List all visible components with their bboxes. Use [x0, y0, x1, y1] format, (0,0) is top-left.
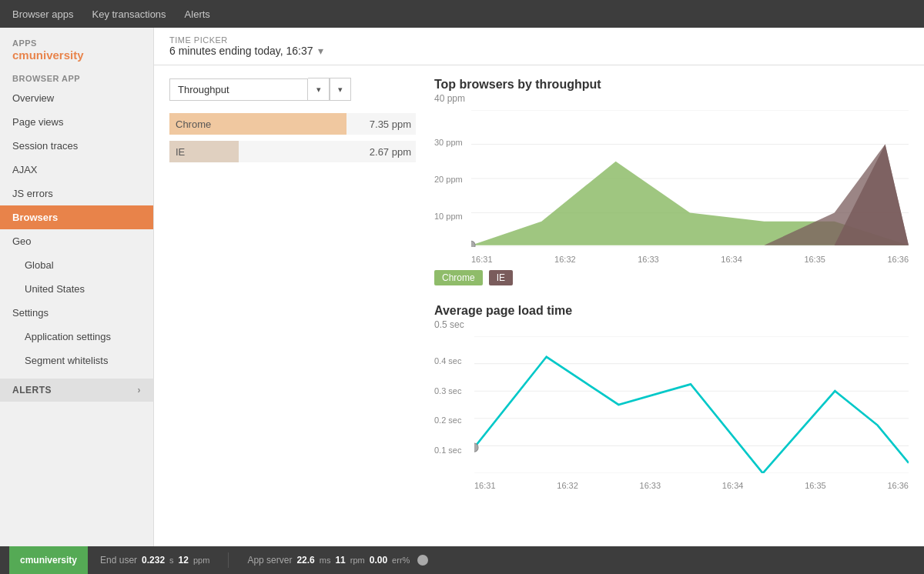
alerts-label: ALERTS — [12, 385, 52, 395]
sidebar-item-session-traces[interactable]: Session traces — [0, 134, 153, 158]
throughput-y1: 10 ppm — [434, 212, 471, 221]
apps-label: APPS — [12, 38, 37, 48]
page-load-chart-subtitle: 0.5 sec — [434, 319, 909, 330]
throughput-x3: 16:34 — [721, 255, 742, 264]
throughput-legend: Chrome IE — [434, 270, 909, 285]
throughput-chart-section: Top browsers by throughput 40 ppm 30 ppm… — [434, 78, 909, 285]
browser-app-label: BROWSER APP — [0, 65, 153, 86]
page-load-y2: 0.2 sec — [434, 415, 474, 425]
sidebar-apps-section: APPS cmuniversity — [0, 28, 153, 65]
throughput-x2: 16:33 — [638, 255, 659, 264]
throughput-y2: 20 ppm — [434, 175, 471, 184]
top-nav: Browser apps Key transactions Alerts — [0, 0, 924, 28]
end-user-time-unit: s — [169, 556, 174, 565]
sidebar-item-browsers[interactable]: Browsers — [0, 205, 153, 229]
app-server-rpm: 11 — [335, 555, 345, 566]
page-load-x4: 16:35 — [805, 481, 826, 490]
page-load-y-axis: 0.4 sec 0.3 sec 0.2 sec 0.1 sec — [434, 336, 474, 475]
end-user-ppm: 12 — [179, 555, 189, 566]
chrome-bar[interactable]: Chrome 7.35 ppm — [169, 113, 416, 135]
end-user-time: 0.232 — [142, 555, 165, 566]
sidebar-item-settings[interactable]: Settings — [0, 301, 153, 325]
app-server-rpm-unit: rpm — [350, 556, 365, 565]
chrome-bar-row: Chrome 7.35 ppm — [169, 113, 416, 135]
throughput-y3: 30 ppm — [434, 138, 471, 147]
dropdown-arrow-icon[interactable]: ▾ — [308, 78, 330, 101]
sidebar-item-overview[interactable]: Overview — [0, 86, 153, 110]
ie-bar-label: IE — [176, 146, 185, 158]
page-load-x5: 16:36 — [887, 481, 909, 490]
chrome-bar-label: Chrome — [176, 118, 211, 130]
app-server-err: 0.00 — [370, 555, 387, 566]
sidebar: APPS cmuniversity BROWSER APP Overview P… — [0, 28, 154, 546]
throughput-svg — [471, 110, 909, 247]
page-load-x3: 16:34 — [722, 481, 744, 490]
page-load-x-axis: 16:31 16:32 16:33 16:34 16:35 16:36 — [474, 481, 909, 490]
layout: APPS cmuniversity BROWSER APP Overview P… — [0, 28, 924, 546]
status-end-user: End user 0.232 s 12 ppm — [100, 555, 209, 566]
status-divider — [228, 552, 229, 568]
throughput-x0: 16:31 — [471, 255, 493, 264]
status-bar: cmuniversity End user 0.232 s 12 ppm App… — [0, 546, 924, 574]
page-load-x1: 16:32 — [557, 481, 578, 490]
nav-browser-apps[interactable]: Browser apps — [12, 8, 73, 20]
ie-bar-row: IE 2.67 ppm — [169, 141, 416, 162]
alerts-chevron-icon: › — [138, 385, 142, 395]
throughput-y-axis: 30 ppm 20 ppm 10 ppm — [434, 110, 471, 249]
nav-key-transactions[interactable]: Key transactions — [92, 8, 166, 20]
app-server-status-icon — [417, 555, 428, 566]
time-picker-section: TIME PICKER 6 minutes ending today, 16:3… — [169, 35, 323, 57]
throughput-x1: 16:32 — [554, 255, 576, 264]
throughput-dropdown[interactable]: Throughput — [169, 78, 308, 101]
sidebar-item-united-states[interactable]: United States — [0, 277, 153, 301]
app-name[interactable]: cmuniversity — [12, 48, 84, 62]
throughput-chart-title: Top browsers by throughput — [434, 78, 909, 92]
page-load-chart-section: Average page load time 0.5 sec 0.4 sec 0… — [434, 304, 909, 490]
legend-chrome[interactable]: Chrome — [434, 270, 483, 285]
dropdown-value: Throughput — [178, 84, 229, 95]
ie-bar-value: 2.67 ppm — [370, 146, 411, 158]
right-panel: Top browsers by throughput 40 ppm 30 ppm… — [434, 78, 909, 534]
throughput-x5: 16:36 — [887, 255, 909, 264]
sidebar-item-js-errors[interactable]: JS errors — [0, 182, 153, 205]
main-content: TIME PICKER 6 minutes ending today, 16:3… — [154, 28, 924, 546]
throughput-x4: 16:35 — [804, 255, 825, 264]
content-area: Throughput ▾ ▾ Chrome 7.35 ppm — [154, 65, 924, 546]
app-server-ms-unit: ms — [320, 556, 331, 565]
page-load-svg — [474, 336, 909, 473]
time-picker-arrow-icon: ▾ — [318, 45, 323, 57]
header-bar: TIME PICKER 6 minutes ending today, 16:3… — [154, 28, 924, 65]
sidebar-item-global[interactable]: Global — [0, 253, 153, 277]
legend-ie[interactable]: IE — [489, 270, 513, 285]
status-app-name: cmuniversity — [9, 546, 88, 574]
page-load-x0: 16:31 — [474, 481, 496, 490]
status-app-server: App server 22.6 ms 11 rpm 0.00 err% — [247, 555, 428, 566]
app-server-label: App server — [247, 555, 292, 566]
chrome-bar-value: 7.35 ppm — [370, 118, 411, 130]
end-user-ppm-unit: ppm — [193, 556, 209, 565]
sidebar-item-ajax[interactable]: AJAX — [0, 158, 153, 182]
page-load-y4: 0.4 sec — [434, 356, 474, 365]
page-load-x2: 16:33 — [640, 481, 661, 490]
sidebar-alerts[interactable]: ALERTS › — [0, 379, 153, 402]
nav-alerts[interactable]: Alerts — [185, 8, 210, 20]
throughput-chart-area: 30 ppm 20 ppm 10 ppm — [434, 110, 909, 264]
sidebar-item-page-views[interactable]: Page views — [0, 110, 153, 134]
page-load-y1: 0.1 sec — [434, 446, 474, 455]
app-server-err-unit: err% — [392, 556, 410, 565]
dropdown-bar: Throughput ▾ ▾ — [169, 78, 416, 101]
sidebar-item-application-settings[interactable]: Application settings — [0, 325, 153, 349]
page-load-chart-title: Average page load time — [434, 304, 909, 318]
svg-point-8 — [471, 241, 475, 247]
time-picker-label: TIME PICKER — [169, 35, 323, 45]
time-picker-text: 6 minutes ending today, 16:37 — [169, 45, 313, 57]
time-picker-value[interactable]: 6 minutes ending today, 16:37 ▾ — [169, 45, 323, 57]
end-user-label: End user — [100, 555, 137, 566]
left-panel: Throughput ▾ ▾ Chrome 7.35 ppm — [169, 78, 416, 534]
dropdown-extra-arrow-icon[interactable]: ▾ — [330, 78, 351, 101]
app-server-ms: 22.6 — [296, 555, 314, 566]
sidebar-item-segment-whitelists[interactable]: Segment whitelists — [0, 349, 153, 372]
sidebar-item-geo[interactable]: Geo — [0, 229, 153, 253]
ie-bar[interactable]: IE 2.67 ppm — [169, 141, 416, 162]
page-load-y3: 0.3 sec — [434, 386, 474, 395]
